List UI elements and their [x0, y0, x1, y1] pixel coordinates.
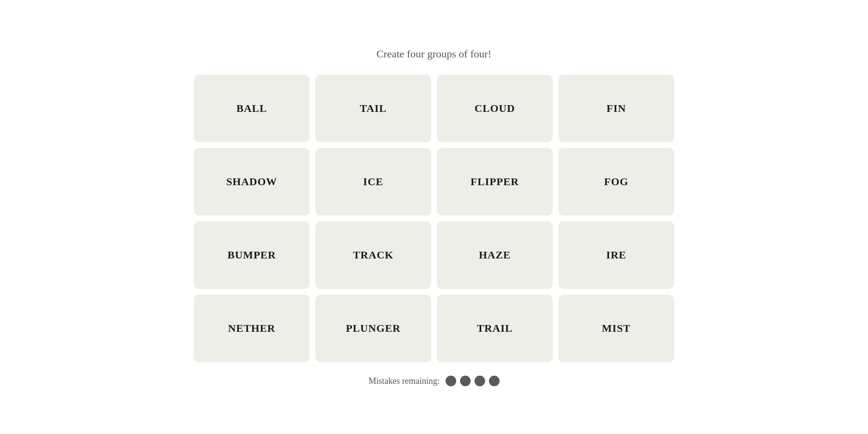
tile-trail[interactable]: TRAIL	[437, 295, 553, 362]
tile-flipper[interactable]: FLIPPER	[437, 148, 553, 216]
tile-haze[interactable]: HAZE	[437, 221, 553, 289]
tile-label-trail: TRAIL	[477, 322, 513, 335]
tile-plunger[interactable]: PLUNGER	[315, 295, 431, 362]
tile-ball[interactable]: BALL	[194, 75, 310, 142]
tile-cloud[interactable]: CLOUD	[437, 75, 553, 142]
tile-label-nether: NETHER	[228, 322, 275, 335]
tile-label-tail: TAIL	[360, 102, 387, 115]
mistake-dot-3	[475, 376, 485, 386]
tile-label-fin: FIN	[607, 102, 626, 115]
mistake-dot-1	[446, 376, 456, 386]
mistakes-label: Mistakes remaining:	[368, 376, 439, 386]
tile-ire[interactable]: IRE	[558, 221, 674, 289]
mistake-dot-2	[460, 376, 471, 386]
tile-label-ire: IRE	[606, 249, 626, 261]
mistake-dot-4	[489, 376, 500, 386]
tile-ice[interactable]: ICE	[315, 148, 431, 216]
tile-nether[interactable]: NETHER	[194, 295, 310, 362]
tile-fog[interactable]: FOG	[558, 148, 674, 216]
mistakes-area: Mistakes remaining:	[368, 376, 499, 386]
tile-label-plunger: PLUNGER	[346, 322, 401, 335]
tile-label-shadow: SHADOW	[226, 176, 277, 188]
tile-label-mist: MIST	[602, 322, 631, 335]
tile-grid: BALLTAILCLOUDFINSHADOWICEFLIPPERFOGBUMPE…	[194, 75, 674, 362]
tile-mist[interactable]: MIST	[558, 295, 674, 362]
tile-tail[interactable]: TAIL	[315, 75, 431, 142]
tile-label-ball: BALL	[236, 102, 267, 115]
mistakes-dots	[446, 376, 500, 386]
game-container: Create four groups of four! BALLTAILCLOU…	[194, 48, 674, 386]
tile-label-track: TRACK	[353, 249, 393, 261]
tile-label-haze: HAZE	[479, 249, 511, 261]
tile-label-fog: FOG	[604, 176, 628, 188]
tile-label-flipper: FLIPPER	[471, 176, 519, 188]
tile-label-ice: ICE	[363, 176, 383, 188]
tile-fin[interactable]: FIN	[558, 75, 674, 142]
tile-shadow[interactable]: SHADOW	[194, 148, 310, 216]
tile-bumper[interactable]: BUMPER	[194, 221, 310, 289]
tile-track[interactable]: TRACK	[315, 221, 431, 289]
tile-label-cloud: CLOUD	[475, 102, 515, 115]
tile-label-bumper: BUMPER	[228, 249, 276, 261]
subtitle: Create four groups of four!	[377, 48, 491, 60]
